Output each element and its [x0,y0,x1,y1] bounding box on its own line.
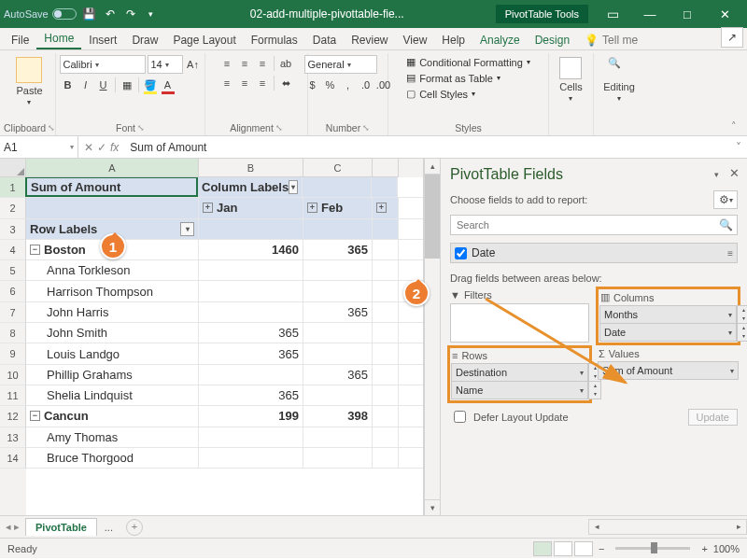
align-left-icon[interactable]: ≡ [218,75,235,91]
collapse-icon[interactable]: − [30,245,40,255]
value-field-sum-amount[interactable]: Sum of Amount▾ [598,361,739,380]
save-icon[interactable]: 💾 [82,7,97,21]
rows-area[interactable]: ≡Rows Destination▾▴▾ Name▾▴▾ [450,348,589,400]
close-button[interactable]: ✕ [706,0,743,28]
editing-button[interactable]: 🔍Editing▾ [599,55,639,105]
sheet-tab-more[interactable]: ... [97,519,120,536]
columns-area[interactable]: ▥Columns Months▾▴▾ Date▾▴▾ [599,289,738,343]
close-pane-icon[interactable]: ✕ [729,166,740,180]
cells-area[interactable]: Sum of Amount Column Labels▾ +Jan +Feb +… [26,177,423,515]
name-box[interactable]: A1▾ [0,136,78,158]
comma-icon[interactable]: , [340,77,357,93]
tab-page-layout[interactable]: Page Layout [165,30,243,49]
formula-input[interactable]: Sum of Amount [124,141,730,154]
expand-icon[interactable]: + [203,203,213,213]
percent-icon[interactable]: % [322,77,339,93]
field-search-input[interactable]: 🔍 [450,215,738,235]
dec-inc-icon[interactable]: .0 [358,77,374,93]
align-center-icon[interactable]: ≡ [236,75,253,91]
tab-data[interactable]: Data [305,30,344,49]
currency-icon[interactable]: $ [304,77,321,93]
column-field-date[interactable]: Date▾▴▾ [599,323,737,342]
zoom-out-button[interactable]: − [599,543,604,554]
fill-color-button[interactable]: 🪣 [142,77,159,93]
cancel-formula-icon[interactable]: ✕ [84,141,93,154]
align-right-icon[interactable]: ≡ [254,75,271,91]
tab-draw[interactable]: Draw [124,30,165,49]
update-button[interactable]: Update [688,409,738,426]
maximize-button[interactable]: □ [669,0,706,28]
tab-formulas[interactable]: Formulas [244,30,305,49]
share-button[interactable]: ↗ [721,27,743,48]
col-header-a[interactable]: A [26,159,199,177]
tab-review[interactable]: Review [344,30,395,49]
filters-area[interactable]: ▼Filters [450,289,589,343]
tell-me[interactable]: 💡Tell me [577,30,645,49]
format-as-table-button[interactable]: ▤Format as Table▾ [404,71,532,85]
tab-file[interactable]: File [4,30,36,49]
field-menu-icon[interactable]: ≡ [727,248,733,259]
col-header-c[interactable]: C [303,159,373,177]
tab-insert[interactable]: Insert [81,30,124,49]
col-header-b[interactable]: B [199,159,303,177]
tab-home[interactable]: Home [36,28,81,49]
tab-view[interactable]: View [396,30,435,49]
field-date-checkbox[interactable] [455,247,467,259]
font-size-combo[interactable]: 14▾ [148,55,183,74]
row-header-1[interactable]: 1 [0,177,26,198]
pane-options-icon[interactable]: ▾ [714,170,719,179]
wrap-text-icon[interactable]: ab [277,55,294,72]
collapse-ribbon-icon[interactable]: ˄ [725,53,743,135]
cell-styles-button[interactable]: ▢Cell Styles▾ [404,87,532,101]
border-button[interactable]: ▦ [119,77,135,93]
collapse-icon[interactable]: − [30,411,40,421]
expand-icon[interactable]: + [376,203,387,213]
column-field-months[interactable]: Months▾▴▾ [599,305,737,324]
col-header-d[interactable] [373,159,399,177]
minimize-button[interactable]: — [631,0,669,28]
align-middle-icon[interactable]: ≡ [236,55,253,72]
sheet-nav-next-icon[interactable]: ▸ [14,521,20,533]
cell-c2[interactable]: +Feb [303,198,373,217]
autosave-toggle[interactable]: AutoSave [4,8,77,20]
cell-a12[interactable]: −Cancun [26,406,199,426]
row-field-name[interactable]: Name▾▴▾ [451,381,588,399]
underline-button[interactable]: U [95,77,112,93]
field-date[interactable]: Date ≡ [450,243,738,263]
font-name-combo[interactable]: Calibri▾ [60,55,146,74]
qat-dropdown-icon[interactable]: ▾ [144,7,159,21]
expand-icon[interactable]: + [307,203,317,213]
expand-formula-icon[interactable]: ˅ [730,141,747,154]
cell-b2[interactable]: +Jan [199,198,303,217]
values-area[interactable]: ΣValues Sum of Amount▾ [599,348,738,400]
cells-button[interactable]: Cells▾ [556,55,585,105]
row-field-destination[interactable]: Destination▾▴▾ [451,363,588,382]
font-color-button[interactable]: A [160,77,176,93]
merge-icon[interactable]: ⬌ [277,75,294,91]
gear-icon[interactable]: ⚙▾ [713,190,738,209]
redo-icon[interactable]: ↷ [123,7,138,21]
column-filter-icon[interactable]: ▾ [289,180,298,194]
paste-button[interactable]: Paste▾ [12,55,46,108]
align-bottom-icon[interactable]: ≡ [254,55,271,72]
add-sheet-button[interactable]: + [126,519,143,536]
conditional-formatting-button[interactable]: ▦Conditional Formatting▾ [404,55,532,69]
zoom-in-button[interactable]: + [701,543,707,554]
zoom-slider[interactable] [615,547,690,550]
grow-font-icon[interactable]: A↑ [185,56,202,73]
italic-button[interactable]: I [78,77,94,93]
cell-a1[interactable]: Sum of Amount [25,177,198,197]
sheet-nav-prev-icon[interactable]: ◂ [6,521,11,533]
cell-b1[interactable]: Column Labels▾ [198,177,303,197]
view-normal-icon[interactable] [533,541,552,556]
tab-design[interactable]: Design [528,30,577,49]
zoom-level[interactable]: 100% [713,543,740,554]
enter-formula-icon[interactable]: ✓ [97,141,106,154]
horizontal-scrollbar[interactable]: ◂▸ [588,519,747,535]
ribbon-display-icon[interactable]: ▭ [594,0,631,28]
bold-button[interactable]: B [60,77,77,93]
sheet-tab-pivottable[interactable]: PivotTable [25,518,97,536]
number-format-combo[interactable]: General▾ [304,55,377,74]
fx-icon[interactable]: fx [110,141,119,154]
view-page-layout-icon[interactable] [554,541,572,556]
